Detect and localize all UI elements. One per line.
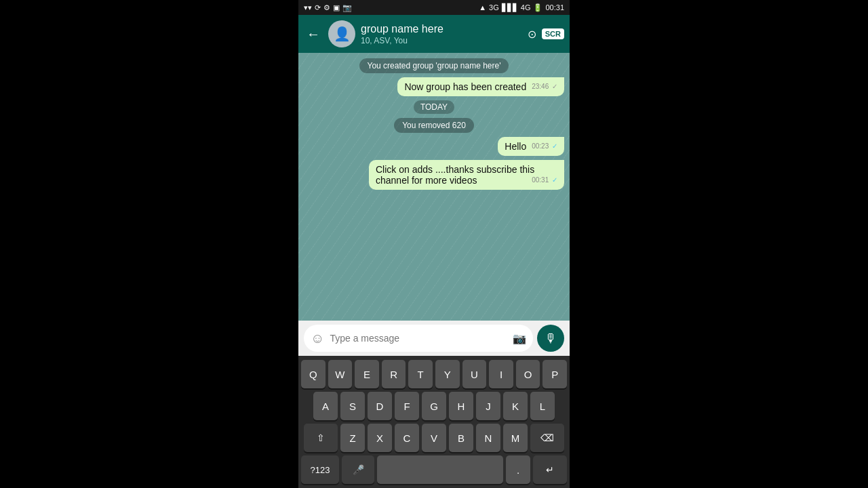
read-checkmark-1: ✓ [552,83,557,90]
screenshot-icon: ▣ [333,3,340,12]
keyboard-row-2: A S D F G H J K L [301,392,567,420]
read-checkmark-4: ✓ [552,142,557,150]
key-x[interactable]: X [368,424,392,452]
status-left-icons: ▾▾ ⟳ ⚙ ▣ 📷 [304,3,352,12]
group-info[interactable]: group name here 10, ASV, You [361,22,522,45]
system-message-0: You created group 'group name here' [359,58,509,73]
key-h[interactable]: H [449,392,473,420]
message-input-bar: ☺ 📷 🎙 [298,321,570,356]
key-s[interactable]: S [340,392,365,420]
enter-key[interactable]: ↵ [533,455,567,484]
key-k[interactable]: K [503,392,528,420]
key-e[interactable]: E [355,360,379,388]
wifi-icon: ▲ [479,3,486,12]
key-g[interactable]: G [422,392,446,420]
group-name: group name here [361,22,522,35]
whatsapp-screen: ← 👤 group name here 10, ASV, You ⊙ SCR Y… [298,15,570,488]
space-key[interactable] [377,455,503,484]
network-label: 3G [489,3,499,12]
status-bar: ▾▾ ⟳ ⚙ ▣ 📷 ▲ 3G ▋▋▋ 4G 🔋 00:31 [298,0,570,15]
key-d[interactable]: D [368,392,392,420]
key-v[interactable]: V [422,424,446,452]
system-message-3: You removed 620 [394,118,474,133]
num-key[interactable]: ?123 [301,455,339,484]
camera-button[interactable]: 📷 [513,332,526,345]
back-button[interactable]: ← [304,24,323,45]
keyboard-row-1: Q W E R T Y U I O P [301,360,567,388]
4g-label: 4G [521,3,531,12]
shift-key[interactable]: ⇧ [304,424,338,452]
camera-status-icon: 📷 [342,3,352,12]
key-n[interactable]: N [476,424,500,452]
input-field-wrap[interactable]: ☺ 📷 [304,325,533,352]
battery-icon: 🔋 [533,3,542,12]
key-w[interactable]: W [328,360,353,388]
key-q[interactable]: Q [301,360,326,388]
key-t[interactable]: T [408,360,433,388]
key-c[interactable]: C [395,424,419,452]
key-u[interactable]: U [462,360,487,388]
key-y[interactable]: Y [435,360,460,388]
message-bubble-4: Hello 00:23 ✓ [498,137,564,156]
message-bubble-5: Click on adds ....thanks subscribe this … [369,160,564,190]
chat-header: ← 👤 group name here 10, ASV, You ⊙ SCR [298,15,570,53]
emoji-button[interactable]: ☺ [311,331,324,346]
mic-button[interactable]: 🎙 [537,325,564,352]
header-actions: ⊙ SCR [528,28,564,41]
signal-bars: ▋▋▋ [502,3,518,12]
phone-container: ▾▾ ⟳ ⚙ ▣ 📷 ▲ 3G ▋▋▋ 4G 🔋 00:31 ← 👤 group… [298,0,570,488]
read-checkmark-5: ✓ [552,176,557,184]
key-f[interactable]: F [395,392,419,420]
key-o[interactable]: O [516,360,540,388]
key-m[interactable]: M [503,424,528,452]
keyboard-row-3: ⇧ Z X C V B N M ⌫ [301,424,567,452]
key-b[interactable]: B [449,424,473,452]
message-text-1: Now group has been created [404,81,526,92]
key-r[interactable]: R [382,360,406,388]
video-scan-icon[interactable]: ⊙ [528,28,536,41]
key-i[interactable]: I [489,360,513,388]
message-bubble-1: Now group has been created 23:46 ✓ [397,77,564,96]
message-text-4: Hello [505,141,526,152]
keyboard: Q W E R T Y U I O P A S D F G H J K [298,356,570,488]
message-time-4: 00:23 ✓ [532,142,557,150]
today-divider: TODAY [414,100,454,114]
mic-key[interactable]: 🎤 [342,455,374,484]
group-members: 10, ASV, You [361,36,522,45]
signal-icon: ▾▾ [304,3,312,12]
message-input[interactable] [330,333,507,344]
usb-icon: ⚙ [323,3,330,12]
message-text-5: Click on adds ....thanks subscribe this … [376,164,534,186]
key-p[interactable]: P [542,360,567,388]
group-avatar[interactable]: 👤 [328,20,355,47]
period-key[interactable]: . [506,455,530,484]
key-j[interactable]: J [476,392,500,420]
chat-area: You created group 'group name here' Now … [298,53,570,321]
message-time-1: 23:46 ✓ [532,83,557,90]
message-time-5: 00:31 ✓ [532,176,557,184]
time-label: 00:31 [545,3,564,12]
key-z[interactable]: Z [340,424,365,452]
key-l[interactable]: L [530,392,555,420]
mic-icon: 🎙 [545,331,557,346]
keyboard-bottom-row: ?123 🎤 . ↵ [301,455,567,484]
status-right-icons: ▲ 3G ▋▋▋ 4G 🔋 00:31 [479,3,564,12]
key-a[interactable]: A [313,392,338,420]
backspace-key[interactable]: ⌫ [530,424,564,452]
scr-badge[interactable]: SCR [542,28,564,39]
avatar-icon: 👤 [334,26,351,42]
sync-icon: ⟳ [315,3,321,12]
